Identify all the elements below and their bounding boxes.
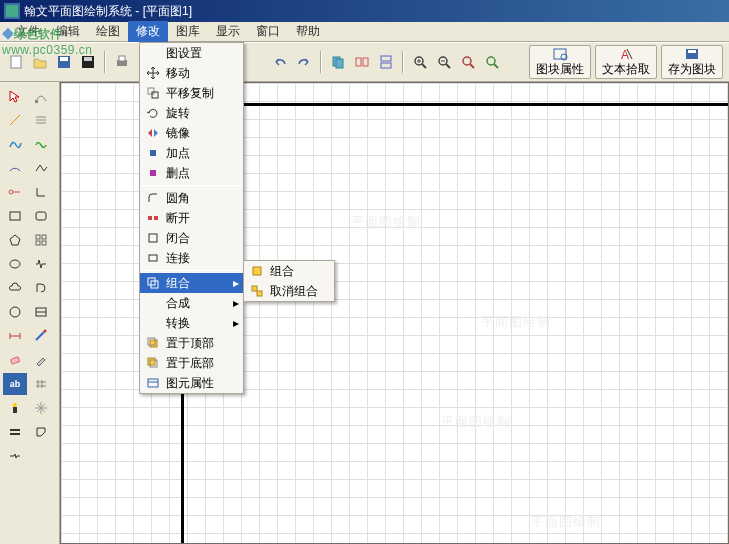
menu-edit[interactable]: 编辑 [48, 21, 88, 42]
menu-break[interactable]: 断开 [140, 208, 243, 228]
menu-mirror[interactable]: 镜像 [140, 123, 243, 143]
leader-tool[interactable] [29, 325, 53, 347]
menu-bring-front[interactable]: 置于顶部 [140, 333, 243, 353]
main-toolbar: 图块属性 A 文本拾取 存为图块 [0, 42, 729, 82]
del-point-icon [144, 165, 162, 181]
mirror-icon [144, 125, 162, 141]
node-tool[interactable] [29, 85, 53, 107]
svg-rect-44 [36, 241, 40, 245]
region-tool[interactable] [29, 421, 53, 443]
menu-send-back[interactable]: 置于底部 [140, 353, 243, 373]
menu-display[interactable]: 显示 [208, 21, 248, 42]
polyline-tool[interactable] [29, 157, 53, 179]
svg-rect-70 [149, 234, 157, 242]
break-icon [144, 210, 162, 226]
save-block-button[interactable]: 存为图块 [661, 45, 723, 79]
text-pick-button[interactable]: A 文本拾取 [595, 45, 657, 79]
new-button[interactable] [5, 51, 27, 73]
roundrect-tool[interactable] [29, 205, 53, 227]
svg-line-26 [494, 64, 498, 68]
menu-help[interactable]: 帮助 [288, 21, 328, 42]
rect-tool[interactable] [3, 205, 27, 227]
save2-button[interactable] [77, 51, 99, 73]
svg-point-54 [44, 330, 47, 333]
menu-do-group[interactable]: 组合 [244, 261, 334, 281]
menu-close-path[interactable]: 闭合 [140, 228, 243, 248]
arc-tool[interactable] [3, 157, 27, 179]
menu-ungroup[interactable]: 取消组合 [244, 281, 334, 301]
print-button[interactable] [111, 51, 133, 73]
save-button[interactable] [53, 51, 75, 73]
break-tool[interactable] [3, 445, 27, 467]
rotate-icon [144, 105, 162, 121]
pulse-tool[interactable] [29, 253, 53, 275]
menu-rotate[interactable]: 旋转 [140, 103, 243, 123]
zoom-region-button[interactable] [457, 51, 479, 73]
svg-rect-1 [11, 56, 21, 68]
window-tool[interactable] [29, 301, 53, 323]
grid-tool[interactable] [29, 229, 53, 251]
svg-rect-78 [148, 379, 158, 387]
line-tool[interactable] [3, 109, 27, 131]
polygon-tool[interactable] [3, 229, 27, 251]
freehand-tool[interactable] [29, 133, 53, 155]
menu-move[interactable]: 移动 [140, 63, 243, 83]
corner-tool[interactable] [29, 181, 53, 203]
menu-element-props[interactable]: 图元属性 [140, 373, 243, 393]
connector-tool[interactable] [3, 181, 27, 203]
zoom-out-button[interactable] [433, 51, 455, 73]
zoom-in-button[interactable] [409, 51, 431, 73]
svg-rect-71 [149, 255, 157, 261]
menu-library[interactable]: 图库 [168, 21, 208, 42]
props-icon [144, 375, 162, 391]
menu-draw[interactable]: 绘图 [88, 21, 128, 42]
circle-tool[interactable] [3, 301, 27, 323]
tile-h-button[interactable] [351, 51, 373, 73]
zoom-fit-button[interactable] [481, 51, 503, 73]
curve-tool[interactable] [3, 133, 27, 155]
menu-file[interactable]: 文件 [8, 21, 48, 42]
menu-fillet[interactable]: 圆角 [140, 188, 243, 208]
svg-rect-40 [10, 212, 20, 220]
menu-settings[interactable]: 图设置 [140, 43, 243, 63]
ellipse-tool[interactable] [3, 253, 27, 275]
svg-line-19 [422, 64, 426, 68]
menu-copy-move[interactable]: 平移复制 [140, 83, 243, 103]
person-tool[interactable] [3, 397, 27, 419]
svg-rect-41 [36, 212, 46, 220]
svg-line-53 [36, 332, 44, 340]
front-icon [144, 335, 162, 351]
eraser-tool[interactable] [3, 349, 27, 371]
dimension-tool[interactable] [3, 325, 27, 347]
undo-button[interactable] [269, 51, 291, 73]
hatch2-tool[interactable] [29, 373, 53, 395]
svg-rect-76 [148, 358, 155, 365]
text-tool[interactable]: ab [3, 373, 27, 395]
svg-rect-14 [381, 56, 391, 61]
open-button[interactable] [29, 51, 51, 73]
door-tool[interactable] [29, 277, 53, 299]
tile-v-button[interactable] [375, 51, 397, 73]
block-props-button[interactable]: 图块属性 [529, 45, 591, 79]
svg-point-47 [10, 307, 20, 317]
select-tool[interactable] [3, 85, 27, 107]
menu-merge[interactable]: 合成▸ [140, 293, 243, 313]
drawing-frame [181, 103, 729, 544]
menu-add-point[interactable]: 加点 [140, 143, 243, 163]
svg-rect-62 [10, 429, 20, 431]
cloud-tool[interactable] [3, 277, 27, 299]
redo-button[interactable] [293, 51, 315, 73]
menu-convert[interactable]: 转换▸ [140, 313, 243, 333]
menu-group[interactable]: 组合▸ [140, 273, 243, 293]
copy-button[interactable] [327, 51, 349, 73]
svg-line-22 [446, 64, 450, 68]
watermark: 平面图绘制 [351, 213, 421, 231]
menu-window[interactable]: 窗口 [248, 21, 288, 42]
dropper-tool[interactable] [29, 349, 53, 371]
snap-tool[interactable] [29, 397, 53, 419]
hatch-tool[interactable] [29, 109, 53, 131]
menu-modify[interactable]: 修改 [128, 21, 168, 42]
menu-join[interactable]: 连接 [140, 248, 243, 268]
menu-del-point[interactable]: 删点 [140, 163, 243, 183]
wall-tool[interactable] [3, 421, 27, 443]
